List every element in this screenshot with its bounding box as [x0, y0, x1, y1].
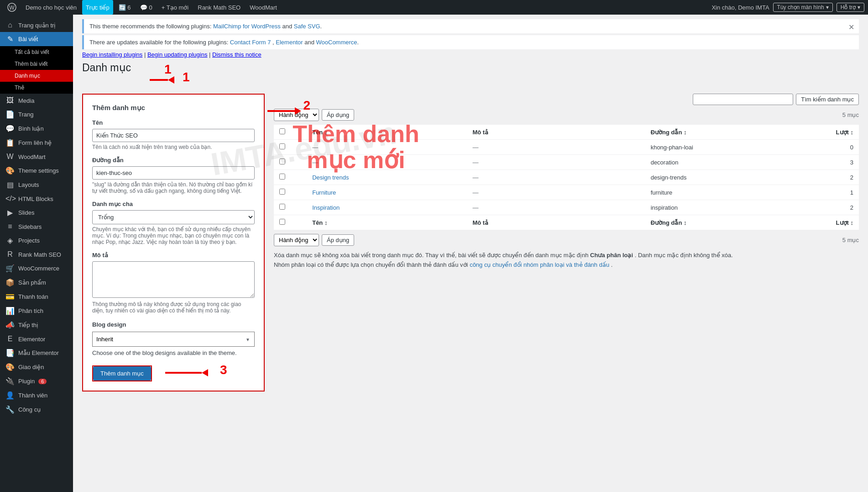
submit-category-btn[interactable]: Thêm danh mục — [93, 366, 151, 381]
step1-number: 1 — [164, 62, 172, 77]
sidebar-item-analytics[interactable]: 📊 Phân tích — [0, 304, 73, 318]
woocommerce-link[interactable]: WooCommerce — [316, 39, 357, 46]
sort-count-link[interactable]: Lượt ↕ — [836, 129, 853, 136]
desc-hint: Thông thường mô tả này không được sử dụn… — [92, 301, 255, 314]
cat-desc-cell: — — [467, 185, 645, 200]
adminbar-updates[interactable]: 🔄 6 — [115, 0, 135, 15]
plugin-actions: Begin installing plugins | Begin updatin… — [82, 51, 859, 58]
begin-installing-link[interactable]: Begin installing plugins — [82, 51, 142, 58]
contact-form-7-link[interactable]: Contact Form 7 — [230, 39, 271, 46]
sidebar-item-marketing[interactable]: 📣 Tiếp thị — [0, 318, 73, 332]
sidebar-item-contact[interactable]: 📋 Form liên hệ — [0, 136, 73, 150]
help-btn[interactable]: Hỗ trợ ▾ — [837, 3, 864, 12]
sidebar-item-comments[interactable]: 💬 Bình luận — [0, 122, 73, 136]
cat-slug-cell: decoration — [645, 155, 805, 170]
search-input[interactable] — [693, 94, 793, 105]
sidebar-item-elementor-templates[interactable]: 📑 Mẫu Elementor — [0, 346, 73, 360]
blog-design-select[interactable]: Inherit — [92, 332, 255, 347]
slug-input[interactable] — [92, 166, 255, 180]
select-all-checkbox[interactable] — [279, 128, 285, 134]
item-count-top: 5 mục — [842, 111, 859, 118]
search-btn[interactable]: Tìm kiếm danh mục — [796, 94, 859, 105]
row-checkbox-2[interactable] — [279, 174, 285, 180]
delete-notice: Xóa danh mục sẽ không xóa bài viết trong… — [274, 252, 859, 268]
table-row: Furniture — furniture 1 — [274, 185, 859, 200]
sidebar-item-rank-math[interactable]: R Rank Math SEO — [0, 248, 73, 261]
sidebar-item-categories[interactable]: Danh mục — [0, 70, 73, 82]
sidebar-item-tags[interactable]: Thẻ — [0, 82, 73, 94]
sidebar-item-checkout[interactable]: 💳 Thanh toán — [0, 290, 73, 304]
layouts-icon: ▤ — [5, 180, 15, 189]
dismiss-notice-link[interactable]: Dismiss this notice — [212, 51, 261, 58]
elementor-link[interactable]: Elementor — [276, 39, 303, 46]
sidebar-item-users[interactable]: 👤 Thành viên — [0, 388, 73, 402]
row-checkbox-0[interactable] — [279, 143, 285, 149]
desc-textarea[interactable] — [92, 261, 255, 298]
select-all-footer-checkbox[interactable] — [279, 219, 285, 225]
sidebar-item-projects[interactable]: ◈ Projects — [0, 233, 73, 248]
marketing-icon: 📣 — [5, 321, 15, 329]
cat-slug-cell: design-trends — [645, 170, 805, 185]
begin-updating-link[interactable]: Begin updating plugins — [147, 51, 208, 58]
sidebar-item-theme-settings[interactable]: 🎨 Theme settings — [0, 164, 73, 178]
convert-tool-link[interactable]: công cụ chuyển đổi nhóm phân loại và thẻ… — [470, 261, 609, 268]
adminbar-woodmart[interactable]: WoodMart — [246, 0, 281, 15]
sidebar-item-posts[interactable]: ✎ Bài viết — [0, 32, 73, 46]
desc-field-group: Mô tả Thông thường mô tả này không được … — [92, 252, 255, 314]
bulk-action-select-bottom[interactable]: Hành động — [274, 234, 319, 246]
dashboard-icon: ⌂ — [5, 21, 15, 29]
notice1-dismiss[interactable]: ✕ — [848, 23, 854, 32]
sidebar-item-elementor[interactable]: E Elementor — [0, 332, 73, 346]
blog-design-title: Blog design — [92, 321, 255, 328]
sidebar-item-appearance[interactable]: 🎨 Giao diện — [0, 360, 73, 374]
customize-screen-btn[interactable]: Tùy chọn màn hình ▾ — [773, 3, 833, 12]
sort-name-link[interactable]: Tên ↕ — [312, 129, 327, 136]
adminbar-greeting: Xin chào, Demo IMTA — [711, 4, 769, 11]
category-link[interactable]: Design trends — [312, 174, 349, 181]
name-input[interactable] — [92, 129, 255, 142]
sort-slug-link[interactable]: Đường dẫn ↕ — [651, 129, 687, 136]
search-bar: Tìm kiếm danh mục — [274, 94, 859, 105]
sidebar-item-products[interactable]: 📦 Sản phẩm — [0, 275, 73, 290]
row-checkbox-1[interactable] — [279, 159, 285, 164]
adminbar-new-item[interactable]: + Tạo mới — [158, 0, 192, 15]
safe-svg-link[interactable]: Safe SVG — [294, 23, 320, 30]
sidebar-item-plugins[interactable]: 🔌 Plugin 6 — [0, 374, 73, 388]
adminbar-live-badge[interactable]: Trực tiếp — [82, 0, 113, 15]
cat-desc-cell: — — [467, 140, 645, 155]
row-checkbox-3[interactable] — [279, 189, 285, 195]
sort-count-footer-link[interactable]: Lượt ↕ — [836, 219, 853, 226]
sort-name-footer-link[interactable]: Tên ↕ — [312, 219, 327, 226]
tools-icon: 🔧 — [5, 405, 15, 414]
adminbar-wp-logo[interactable]: W — [4, 0, 20, 15]
category-link[interactable]: Furniture — [312, 189, 336, 196]
sidebar-item-html-blocks[interactable]: </> HTML Blocks — [0, 192, 73, 206]
sidebar-item-woodmart[interactable]: W WoodMart — [0, 150, 73, 164]
sidebar-item-slides[interactable]: ▶ Slides — [0, 206, 73, 220]
mailchimp-link[interactable]: MailChimp for WordPress — [213, 23, 281, 30]
sidebar-item-layouts[interactable]: ▤ Layouts — [0, 178, 73, 192]
sidebar-item-woocommerce[interactable]: 🛒 WooCommerce — [0, 261, 73, 275]
slides-icon: ▶ — [5, 208, 15, 217]
svg-text:W: W — [9, 5, 15, 11]
sidebar-item-tools[interactable]: 🔧 Công cụ — [0, 402, 73, 417]
sidebar-item-dashboard[interactable]: ⌂ Trang quản trị — [0, 18, 73, 32]
sidebar-item-media[interactable]: 🖼 Media — [0, 94, 73, 107]
sidebar-item-add-post[interactable]: Thêm bài viết — [0, 58, 73, 70]
parent-select[interactable]: Trống — [92, 210, 255, 224]
sidebar-item-all-posts[interactable]: Tất cả bài viết — [0, 46, 73, 58]
plugins-icon: 🔌 — [5, 377, 15, 386]
sidebar-item-pages[interactable]: 📄 Trang — [0, 107, 73, 122]
parent-hint: Chuyên mục khác với thẻ, bạn có thể sử d… — [92, 226, 255, 245]
apply-btn-bottom[interactable]: Áp dụng — [322, 234, 354, 246]
sort-slug-footer-link[interactable]: Đường dẫn ↕ — [651, 219, 687, 226]
category-link[interactable]: Inspiration — [312, 204, 340, 211]
adminbar-comments[interactable]: 💬 0 — [136, 0, 156, 15]
sidebar-item-sidebars[interactable]: ≡ Sidebars — [0, 220, 73, 233]
apply-btn-top[interactable]: Áp dụng — [322, 109, 354, 121]
adminbar-rank-math[interactable]: Rank Math SEO — [194, 0, 244, 15]
cat-desc-cell: — — [467, 170, 645, 185]
row-checkbox-4[interactable] — [279, 204, 285, 210]
adminbar-site-name[interactable]: Demo cho học viên — [22, 0, 80, 15]
table-bottom-controls: Hành động Áp dụng 5 mục — [274, 234, 859, 246]
